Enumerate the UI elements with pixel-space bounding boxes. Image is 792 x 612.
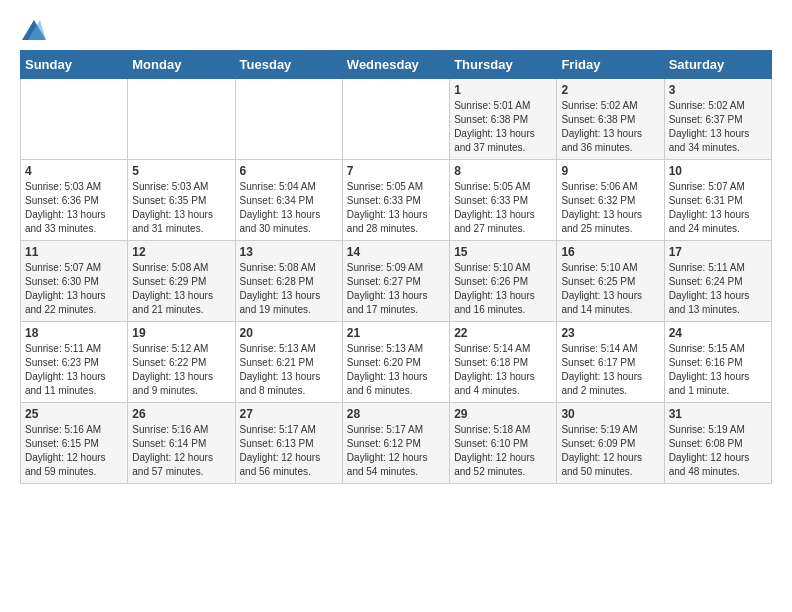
calendar-week-row: 25Sunrise: 5:16 AM Sunset: 6:15 PM Dayli… — [21, 403, 772, 484]
day-number: 9 — [561, 164, 659, 178]
day-info: Sunrise: 5:06 AM Sunset: 6:32 PM Dayligh… — [561, 180, 659, 236]
calendar-cell: 21Sunrise: 5:13 AM Sunset: 6:20 PM Dayli… — [342, 322, 449, 403]
day-number: 19 — [132, 326, 230, 340]
day-number: 31 — [669, 407, 767, 421]
day-info: Sunrise: 5:03 AM Sunset: 6:35 PM Dayligh… — [132, 180, 230, 236]
calendar-cell: 18Sunrise: 5:11 AM Sunset: 6:23 PM Dayli… — [21, 322, 128, 403]
page-header — [20, 20, 772, 40]
day-info: Sunrise: 5:02 AM Sunset: 6:38 PM Dayligh… — [561, 99, 659, 155]
day-number: 20 — [240, 326, 338, 340]
day-info: Sunrise: 5:03 AM Sunset: 6:36 PM Dayligh… — [25, 180, 123, 236]
day-info: Sunrise: 5:01 AM Sunset: 6:38 PM Dayligh… — [454, 99, 552, 155]
day-number: 2 — [561, 83, 659, 97]
day-info: Sunrise: 5:13 AM Sunset: 6:21 PM Dayligh… — [240, 342, 338, 398]
calendar-cell: 9Sunrise: 5:06 AM Sunset: 6:32 PM Daylig… — [557, 160, 664, 241]
logo-icon — [22, 20, 46, 40]
calendar-cell: 14Sunrise: 5:09 AM Sunset: 6:27 PM Dayli… — [342, 241, 449, 322]
day-number: 6 — [240, 164, 338, 178]
calendar-header: SundayMondayTuesdayWednesdayThursdayFrid… — [21, 51, 772, 79]
weekday-header: Sunday — [21, 51, 128, 79]
calendar-cell: 24Sunrise: 5:15 AM Sunset: 6:16 PM Dayli… — [664, 322, 771, 403]
calendar-cell: 1Sunrise: 5:01 AM Sunset: 6:38 PM Daylig… — [450, 79, 557, 160]
day-info: Sunrise: 5:09 AM Sunset: 6:27 PM Dayligh… — [347, 261, 445, 317]
day-number: 26 — [132, 407, 230, 421]
day-info: Sunrise: 5:08 AM Sunset: 6:29 PM Dayligh… — [132, 261, 230, 317]
calendar-week-row: 4Sunrise: 5:03 AM Sunset: 6:36 PM Daylig… — [21, 160, 772, 241]
day-number: 12 — [132, 245, 230, 259]
day-info: Sunrise: 5:08 AM Sunset: 6:28 PM Dayligh… — [240, 261, 338, 317]
calendar-week-row: 1Sunrise: 5:01 AM Sunset: 6:38 PM Daylig… — [21, 79, 772, 160]
calendar-body: 1Sunrise: 5:01 AM Sunset: 6:38 PM Daylig… — [21, 79, 772, 484]
logo — [20, 20, 46, 40]
day-number: 13 — [240, 245, 338, 259]
day-number: 24 — [669, 326, 767, 340]
day-number: 15 — [454, 245, 552, 259]
weekday-header: Friday — [557, 51, 664, 79]
calendar-cell: 3Sunrise: 5:02 AM Sunset: 6:37 PM Daylig… — [664, 79, 771, 160]
calendar-cell: 25Sunrise: 5:16 AM Sunset: 6:15 PM Dayli… — [21, 403, 128, 484]
calendar-cell: 20Sunrise: 5:13 AM Sunset: 6:21 PM Dayli… — [235, 322, 342, 403]
calendar-cell: 6Sunrise: 5:04 AM Sunset: 6:34 PM Daylig… — [235, 160, 342, 241]
calendar-cell: 23Sunrise: 5:14 AM Sunset: 6:17 PM Dayli… — [557, 322, 664, 403]
day-number: 16 — [561, 245, 659, 259]
calendar-cell: 27Sunrise: 5:17 AM Sunset: 6:13 PM Dayli… — [235, 403, 342, 484]
day-number: 17 — [669, 245, 767, 259]
calendar-cell: 17Sunrise: 5:11 AM Sunset: 6:24 PM Dayli… — [664, 241, 771, 322]
calendar-cell: 8Sunrise: 5:05 AM Sunset: 6:33 PM Daylig… — [450, 160, 557, 241]
calendar-cell: 5Sunrise: 5:03 AM Sunset: 6:35 PM Daylig… — [128, 160, 235, 241]
calendar-cell: 22Sunrise: 5:14 AM Sunset: 6:18 PM Dayli… — [450, 322, 557, 403]
calendar-table: SundayMondayTuesdayWednesdayThursdayFrid… — [20, 50, 772, 484]
day-info: Sunrise: 5:07 AM Sunset: 6:30 PM Dayligh… — [25, 261, 123, 317]
weekday-header: Thursday — [450, 51, 557, 79]
day-number: 3 — [669, 83, 767, 97]
weekday-header: Saturday — [664, 51, 771, 79]
calendar-cell: 16Sunrise: 5:10 AM Sunset: 6:25 PM Dayli… — [557, 241, 664, 322]
weekday-row: SundayMondayTuesdayWednesdayThursdayFrid… — [21, 51, 772, 79]
day-info: Sunrise: 5:15 AM Sunset: 6:16 PM Dayligh… — [669, 342, 767, 398]
day-number: 30 — [561, 407, 659, 421]
calendar-cell: 2Sunrise: 5:02 AM Sunset: 6:38 PM Daylig… — [557, 79, 664, 160]
day-info: Sunrise: 5:11 AM Sunset: 6:24 PM Dayligh… — [669, 261, 767, 317]
calendar-cell: 29Sunrise: 5:18 AM Sunset: 6:10 PM Dayli… — [450, 403, 557, 484]
calendar-cell: 7Sunrise: 5:05 AM Sunset: 6:33 PM Daylig… — [342, 160, 449, 241]
day-info: Sunrise: 5:19 AM Sunset: 6:09 PM Dayligh… — [561, 423, 659, 479]
day-number: 25 — [25, 407, 123, 421]
weekday-header: Tuesday — [235, 51, 342, 79]
day-info: Sunrise: 5:16 AM Sunset: 6:15 PM Dayligh… — [25, 423, 123, 479]
calendar-cell: 26Sunrise: 5:16 AM Sunset: 6:14 PM Dayli… — [128, 403, 235, 484]
weekday-header: Monday — [128, 51, 235, 79]
calendar-cell: 15Sunrise: 5:10 AM Sunset: 6:26 PM Dayli… — [450, 241, 557, 322]
calendar-cell — [342, 79, 449, 160]
calendar-cell — [235, 79, 342, 160]
day-info: Sunrise: 5:14 AM Sunset: 6:17 PM Dayligh… — [561, 342, 659, 398]
day-number: 28 — [347, 407, 445, 421]
day-info: Sunrise: 5:18 AM Sunset: 6:10 PM Dayligh… — [454, 423, 552, 479]
calendar-cell: 10Sunrise: 5:07 AM Sunset: 6:31 PM Dayli… — [664, 160, 771, 241]
day-number: 1 — [454, 83, 552, 97]
day-number: 8 — [454, 164, 552, 178]
weekday-header: Wednesday — [342, 51, 449, 79]
calendar-cell: 11Sunrise: 5:07 AM Sunset: 6:30 PM Dayli… — [21, 241, 128, 322]
day-number: 27 — [240, 407, 338, 421]
calendar-cell: 30Sunrise: 5:19 AM Sunset: 6:09 PM Dayli… — [557, 403, 664, 484]
calendar-week-row: 11Sunrise: 5:07 AM Sunset: 6:30 PM Dayli… — [21, 241, 772, 322]
day-info: Sunrise: 5:19 AM Sunset: 6:08 PM Dayligh… — [669, 423, 767, 479]
day-number: 14 — [347, 245, 445, 259]
calendar-cell: 13Sunrise: 5:08 AM Sunset: 6:28 PM Dayli… — [235, 241, 342, 322]
day-number: 21 — [347, 326, 445, 340]
day-info: Sunrise: 5:17 AM Sunset: 6:13 PM Dayligh… — [240, 423, 338, 479]
calendar-cell — [128, 79, 235, 160]
day-info: Sunrise: 5:10 AM Sunset: 6:25 PM Dayligh… — [561, 261, 659, 317]
calendar-cell: 4Sunrise: 5:03 AM Sunset: 6:36 PM Daylig… — [21, 160, 128, 241]
day-number: 22 — [454, 326, 552, 340]
day-number: 4 — [25, 164, 123, 178]
day-info: Sunrise: 5:07 AM Sunset: 6:31 PM Dayligh… — [669, 180, 767, 236]
day-info: Sunrise: 5:02 AM Sunset: 6:37 PM Dayligh… — [669, 99, 767, 155]
calendar-cell: 28Sunrise: 5:17 AM Sunset: 6:12 PM Dayli… — [342, 403, 449, 484]
calendar-cell: 31Sunrise: 5:19 AM Sunset: 6:08 PM Dayli… — [664, 403, 771, 484]
day-number: 5 — [132, 164, 230, 178]
day-number: 29 — [454, 407, 552, 421]
calendar-week-row: 18Sunrise: 5:11 AM Sunset: 6:23 PM Dayli… — [21, 322, 772, 403]
day-info: Sunrise: 5:10 AM Sunset: 6:26 PM Dayligh… — [454, 261, 552, 317]
calendar-cell: 12Sunrise: 5:08 AM Sunset: 6:29 PM Dayli… — [128, 241, 235, 322]
